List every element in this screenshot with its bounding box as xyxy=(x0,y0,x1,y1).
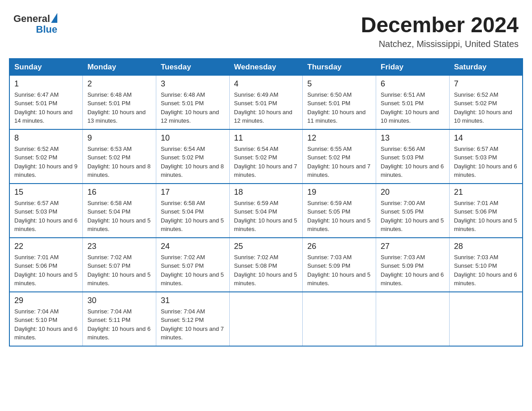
day-number: 16 xyxy=(87,188,151,197)
calendar-cell: 9 Sunrise: 6:53 AM Sunset: 5:02 PM Dayli… xyxy=(83,129,156,184)
day-number: 23 xyxy=(87,242,151,251)
calendar-cell: 24 Sunrise: 7:02 AM Sunset: 5:07 PM Dayl… xyxy=(156,238,229,292)
day-info: Sunrise: 6:50 AM Sunset: 5:01 PM Dayligh… xyxy=(307,90,371,125)
calendar-cell: 21 Sunrise: 7:01 AM Sunset: 5:06 PM Dayl… xyxy=(449,184,523,238)
day-info: Sunrise: 6:57 AM Sunset: 5:03 PM Dayligh… xyxy=(14,199,78,234)
day-info: Sunrise: 6:59 AM Sunset: 5:04 PM Dayligh… xyxy=(234,199,298,234)
calendar-dow-thursday: Thursday xyxy=(303,59,376,76)
day-number: 9 xyxy=(87,133,151,143)
calendar-week-row: 1 Sunrise: 6:47 AM Sunset: 5:01 PM Dayli… xyxy=(9,75,523,129)
day-info: Sunrise: 7:02 AM Sunset: 5:07 PM Dayligh… xyxy=(87,253,151,288)
calendar-cell xyxy=(376,292,450,346)
day-info: Sunrise: 6:47 AM Sunset: 5:01 PM Dayligh… xyxy=(14,90,78,125)
calendar-week-row: 15 Sunrise: 6:57 AM Sunset: 5:03 PM Dayl… xyxy=(9,184,523,238)
calendar-dow-friday: Friday xyxy=(376,59,450,76)
calendar-cell: 18 Sunrise: 6:59 AM Sunset: 5:04 PM Dayl… xyxy=(229,184,303,238)
day-info: Sunrise: 7:04 AM Sunset: 5:12 PM Dayligh… xyxy=(161,307,225,342)
day-number: 27 xyxy=(381,242,445,251)
calendar-cell xyxy=(229,292,303,346)
calendar-cell: 17 Sunrise: 6:58 AM Sunset: 5:04 PM Dayl… xyxy=(156,184,229,238)
calendar-week-row: 8 Sunrise: 6:52 AM Sunset: 5:02 PM Dayli… xyxy=(9,129,523,184)
day-info: Sunrise: 6:53 AM Sunset: 5:02 PM Dayligh… xyxy=(87,145,151,180)
day-number: 5 xyxy=(307,79,371,89)
calendar-dow-monday: Monday xyxy=(83,59,156,76)
day-info: Sunrise: 7:01 AM Sunset: 5:06 PM Dayligh… xyxy=(14,253,78,288)
calendar-table: SundayMondayTuesdayWednesdayThursdayFrid… xyxy=(9,58,523,347)
calendar-dow-sunday: Sunday xyxy=(9,59,83,76)
day-info: Sunrise: 6:57 AM Sunset: 5:03 PM Dayligh… xyxy=(454,145,518,180)
calendar-cell: 27 Sunrise: 7:03 AM Sunset: 5:09 PM Dayl… xyxy=(376,238,450,292)
logo-blue-text: Blue xyxy=(36,24,57,35)
day-number: 2 xyxy=(87,79,151,89)
day-number: 8 xyxy=(14,133,78,143)
logo-triangle-icon xyxy=(51,13,57,23)
calendar-cell: 25 Sunrise: 7:02 AM Sunset: 5:08 PM Dayl… xyxy=(229,238,303,292)
day-info: Sunrise: 6:56 AM Sunset: 5:03 PM Dayligh… xyxy=(381,145,445,180)
day-number: 11 xyxy=(234,133,298,143)
day-info: Sunrise: 7:04 AM Sunset: 5:11 PM Dayligh… xyxy=(87,307,151,342)
day-number: 3 xyxy=(161,79,225,89)
day-info: Sunrise: 6:54 AM Sunset: 5:02 PM Dayligh… xyxy=(234,145,298,180)
calendar-cell: 26 Sunrise: 7:03 AM Sunset: 5:09 PM Dayl… xyxy=(303,238,376,292)
day-number: 13 xyxy=(381,133,445,143)
day-info: Sunrise: 7:01 AM Sunset: 5:06 PM Dayligh… xyxy=(454,199,518,234)
day-number: 4 xyxy=(234,79,298,89)
day-info: Sunrise: 7:03 AM Sunset: 5:09 PM Dayligh… xyxy=(381,253,445,288)
calendar-cell: 29 Sunrise: 7:04 AM Sunset: 5:10 PM Dayl… xyxy=(9,292,83,346)
calendar-cell: 5 Sunrise: 6:50 AM Sunset: 5:01 PM Dayli… xyxy=(303,75,376,129)
day-info: Sunrise: 6:54 AM Sunset: 5:02 PM Dayligh… xyxy=(161,145,225,180)
calendar-cell: 7 Sunrise: 6:52 AM Sunset: 5:02 PM Dayli… xyxy=(449,75,523,129)
calendar-cell: 11 Sunrise: 6:54 AM Sunset: 5:02 PM Dayl… xyxy=(229,129,303,184)
day-info: Sunrise: 6:59 AM Sunset: 5:05 PM Dayligh… xyxy=(307,199,371,234)
day-number: 28 xyxy=(454,242,518,251)
calendar-cell xyxy=(303,292,376,346)
calendar-cell: 8 Sunrise: 6:52 AM Sunset: 5:02 PM Dayli… xyxy=(9,129,83,184)
day-info: Sunrise: 6:48 AM Sunset: 5:01 PM Dayligh… xyxy=(87,90,151,125)
day-number: 15 xyxy=(14,188,78,197)
day-number: 25 xyxy=(234,242,298,251)
day-number: 12 xyxy=(307,133,371,143)
calendar-cell: 13 Sunrise: 6:56 AM Sunset: 5:03 PM Dayl… xyxy=(376,129,450,184)
day-number: 1 xyxy=(14,79,78,89)
calendar-week-row: 29 Sunrise: 7:04 AM Sunset: 5:10 PM Dayl… xyxy=(9,292,523,346)
calendar-cell: 30 Sunrise: 7:04 AM Sunset: 5:11 PM Dayl… xyxy=(83,292,156,346)
day-info: Sunrise: 6:58 AM Sunset: 5:04 PM Dayligh… xyxy=(161,199,225,234)
day-info: Sunrise: 6:52 AM Sunset: 5:02 PM Dayligh… xyxy=(14,145,78,180)
page-header: General Blue December 2024 Natchez, Miss… xyxy=(9,9,523,54)
title-area: December 2024 Natchez, Mississippi, Unit… xyxy=(361,13,519,49)
day-info: Sunrise: 6:55 AM Sunset: 5:02 PM Dayligh… xyxy=(307,145,371,180)
calendar-cell: 28 Sunrise: 7:03 AM Sunset: 5:10 PM Dayl… xyxy=(449,238,523,292)
day-info: Sunrise: 7:02 AM Sunset: 5:07 PM Dayligh… xyxy=(161,253,225,288)
calendar-cell: 4 Sunrise: 6:49 AM Sunset: 5:01 PM Dayli… xyxy=(229,75,303,129)
day-number: 22 xyxy=(14,242,78,251)
location-text: Natchez, Mississippi, United States xyxy=(361,39,519,49)
calendar-cell: 19 Sunrise: 6:59 AM Sunset: 5:05 PM Dayl… xyxy=(303,184,376,238)
day-number: 19 xyxy=(307,188,371,197)
calendar-dow-tuesday: Tuesday xyxy=(156,59,229,76)
logo-general-text: General xyxy=(13,13,50,24)
calendar-cell: 12 Sunrise: 6:55 AM Sunset: 5:02 PM Dayl… xyxy=(303,129,376,184)
day-info: Sunrise: 6:52 AM Sunset: 5:02 PM Dayligh… xyxy=(454,90,518,125)
calendar-cell: 10 Sunrise: 6:54 AM Sunset: 5:02 PM Dayl… xyxy=(156,129,229,184)
calendar-week-row: 22 Sunrise: 7:01 AM Sunset: 5:06 PM Dayl… xyxy=(9,238,523,292)
day-number: 14 xyxy=(454,133,518,143)
month-title: December 2024 xyxy=(361,13,519,37)
day-number: 29 xyxy=(14,296,78,305)
calendar-cell: 14 Sunrise: 6:57 AM Sunset: 5:03 PM Dayl… xyxy=(449,129,523,184)
day-info: Sunrise: 6:49 AM Sunset: 5:01 PM Dayligh… xyxy=(234,90,298,125)
day-number: 7 xyxy=(454,79,518,89)
calendar-cell: 22 Sunrise: 7:01 AM Sunset: 5:06 PM Dayl… xyxy=(9,238,83,292)
calendar-cell: 20 Sunrise: 7:00 AM Sunset: 5:05 PM Dayl… xyxy=(376,184,450,238)
calendar-cell: 3 Sunrise: 6:48 AM Sunset: 5:01 PM Dayli… xyxy=(156,75,229,129)
calendar-dow-wednesday: Wednesday xyxy=(229,59,303,76)
day-info: Sunrise: 6:51 AM Sunset: 5:01 PM Dayligh… xyxy=(381,90,445,125)
day-number: 31 xyxy=(161,296,225,305)
day-info: Sunrise: 7:03 AM Sunset: 5:10 PM Dayligh… xyxy=(454,253,518,288)
calendar-cell: 1 Sunrise: 6:47 AM Sunset: 5:01 PM Dayli… xyxy=(9,75,83,129)
logo: General Blue xyxy=(13,13,57,35)
day-number: 10 xyxy=(161,133,225,143)
calendar-cell: 15 Sunrise: 6:57 AM Sunset: 5:03 PM Dayl… xyxy=(9,184,83,238)
day-number: 30 xyxy=(87,296,151,305)
day-info: Sunrise: 7:00 AM Sunset: 5:05 PM Dayligh… xyxy=(381,199,445,234)
day-number: 24 xyxy=(161,242,225,251)
